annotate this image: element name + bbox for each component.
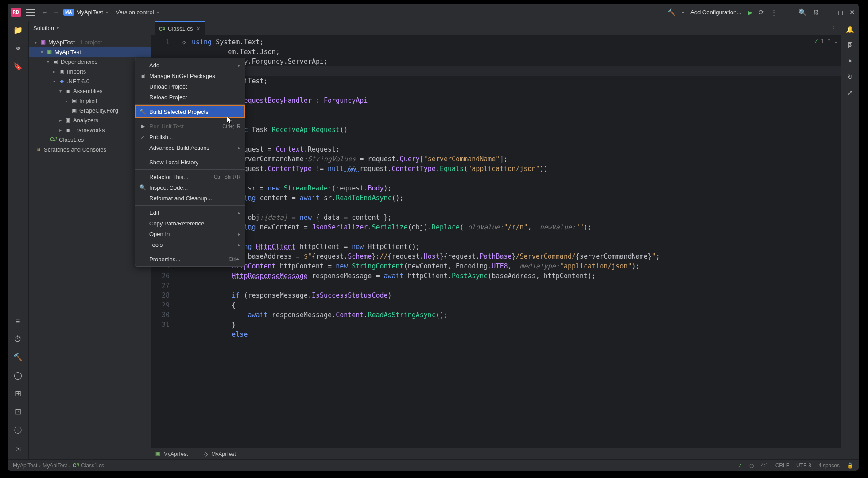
analyzers-node[interactable]: ▸▣Analyzers [29,115,151,125]
main-menu-button[interactable] [26,9,35,16]
ctx-refactor[interactable]: Refactor This...Ctrl+Shift+R [135,171,245,182]
code-editor[interactable]: 1 1920212223 2425262728 293031 ◇ using S… [151,35,841,448]
nav-icon-2: ◇ [204,451,208,457]
project-name[interactable]: MyApiTest [77,9,103,16]
solution-tree: ▾▣ MyApiTest · 1 project ▾▣ MyApiTest ▾▣… [29,35,151,156]
run-config[interactable]: Add Configuration... [690,9,741,16]
tool-1[interactable]: ≡ [16,317,20,326]
mouse-cursor [227,117,233,124]
nav-back[interactable]: ← [40,8,49,16]
ctx-add[interactable]: Add▸ [135,60,245,70]
grapecity-node[interactable]: ▣GrapeCity.Forg [29,105,151,115]
status-check-icon[interactable]: ✓ [738,462,742,469]
ctx-nuget[interactable]: ▣Manage NuGet Packages [135,70,245,81]
project-node[interactable]: ▾▣ MyApiTest [29,47,151,57]
ctx-publish[interactable]: ↗Publish... [135,132,245,142]
ctx-open-in[interactable]: Open In▸ [135,229,245,239]
inspection-widget[interactable]: ✓ 1 ⌃ ⌄ [814,38,838,44]
check-icon: ✓ [814,38,818,44]
tool-4[interactable]: ◯ [14,371,22,380]
tool-7[interactable]: ⓘ [14,425,22,435]
database-icon[interactable]: 🗄 [847,42,853,49]
tab-close[interactable]: × [196,25,200,32]
nav-icon-1: ▣ [155,451,160,457]
solution-title[interactable]: Solution [33,25,54,31]
tool-3[interactable]: 🔨 [13,353,23,362]
scratches-node[interactable]: ≋Scratches and Consoles [29,144,151,154]
ctx-properties[interactable]: Properties...Ctrl+. [135,254,245,264]
structure-icon[interactable]: ⚭ [15,44,21,53]
tool-6[interactable]: ⊡ [15,407,21,416]
hammer-icon: 🔨 [140,109,146,115]
tabs-more[interactable]: ⋮ [830,24,837,32]
titlebar: RD ← → MA MyApiTest ▾ Version control ▾ … [8,4,859,21]
chevron-up-icon[interactable]: ⌃ [827,38,831,44]
editor-area: C# Class1.cs × ⋮ ✓ 1 ⌃ ⌄ 1 1920212223 24… [151,21,841,459]
statusbar: MyApiTest› MyApiTest› C#Class1.cs ✓ ◷ 4:… [8,459,859,471]
tool-8[interactable]: ⎘ [16,444,20,453]
version-control[interactable]: Version control [116,9,154,16]
context-menu: Add▸ ▣Manage NuGet Packages Unload Proje… [135,58,245,267]
class1-node[interactable]: C#Class1.cs [29,135,151,144]
shrink-icon[interactable]: ⤢ [847,89,853,97]
editor-tabs: C# Class1.cs × ⋮ [151,21,841,35]
tool-5[interactable]: ⊞ [15,389,21,398]
code-content[interactable]: using System.Text; em.Text.Json; eCity.F… [192,35,841,448]
build-icon[interactable]: 🔨 [667,8,676,16]
debug-button[interactable]: ⟳ [759,8,764,16]
ctx-build-selected[interactable]: 🔨Build Selected Projects [135,105,245,118]
ai-icon[interactable]: ✦ [847,57,853,65]
notifications-icon[interactable]: 🔔 [846,26,854,34]
lock-icon[interactable]: 🔒 [847,462,853,469]
frameworks-node[interactable]: ▸▣Frameworks [29,125,151,135]
status-progress-icon[interactable]: ◷ [749,462,754,469]
nav-forward[interactable]: → [52,8,61,16]
more-button[interactable]: ⋮ [771,8,777,16]
explorer-icon[interactable]: 📁 [13,26,23,35]
vcs-dropdown[interactable]: ▾ [157,10,159,15]
chevron-down-icon[interactable]: ⌄ [834,38,838,44]
csharp-icon: C# [159,26,165,31]
ctx-reformat[interactable]: Reformat and Cleanup... [135,193,245,203]
ctx-copy-path[interactable]: Copy Path/Reference... [135,218,245,229]
ctx-local-history[interactable]: Show Local History [135,157,245,167]
search-icon[interactable]: 🔍 [798,8,807,16]
dependencies-node[interactable]: ▾▣Dependencies [29,57,151,66]
minimize-button[interactable]: — [825,8,832,16]
close-button[interactable]: ✕ [849,8,855,16]
left-toolbar: 📁 ⚭ 🔖 ⋯ ≡ ⏱ 🔨 ◯ ⊞ ⊡ ⓘ ⎘ [8,21,29,459]
tab-class1[interactable]: C# Class1.cs × [155,21,205,35]
build-dropdown[interactable]: ▾ [682,10,684,15]
settings-icon[interactable]: ⚙ [813,8,819,16]
history-icon[interactable]: ↻ [847,73,853,81]
ctx-reload[interactable]: Reload Project [135,92,245,102]
ctx-inspect[interactable]: 🔍Inspect Code... [135,182,245,193]
assemblies-node[interactable]: ▾▣Assemblies [29,86,151,96]
ctx-tools[interactable]: Tools▸ [135,239,245,250]
ctx-edit[interactable]: Edit▸ [135,207,245,218]
solution-root[interactable]: ▾▣ MyApiTest · 1 project [29,37,151,47]
ctx-unload[interactable]: Unload Project [135,81,245,92]
maximize-button[interactable]: ◻ [838,8,843,16]
implicit-node[interactable]: ▸▣Implicit [29,96,151,105]
more-tools-icon[interactable]: ⋯ [14,80,22,89]
project-dropdown[interactable]: ▾ [106,10,108,15]
project-badge: MA [63,9,74,16]
net-node[interactable]: ▾◆.NET 6.0 [29,76,151,86]
tool-2[interactable]: ⏱ [14,335,22,344]
right-toolbar: 🔔 🗄 ✦ ↻ ⤢ [841,21,859,459]
ctx-advanced-build[interactable]: Advanced Build Actions▸ [135,142,245,153]
solution-panel: Solution ▾ ▾▣ MyApiTest · 1 project ▾▣ M… [29,21,151,459]
run-button[interactable]: ▶ [748,9,752,16]
solution-dropdown[interactable]: ▾ [57,26,59,31]
bookmark-icon[interactable]: 🔖 [13,62,23,71]
navigation-bar: ▣ MyApiTest ◇ MyApiTest [151,448,841,459]
ide-logo: RD [11,8,21,17]
imports-node[interactable]: ▸▣Imports [29,66,151,76]
